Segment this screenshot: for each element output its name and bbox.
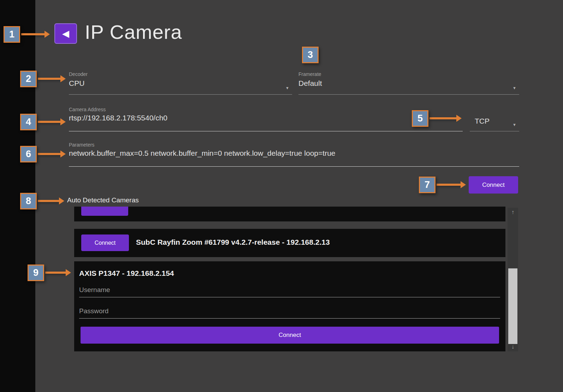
camera-address-label: Camera Address: [69, 107, 463, 112]
annotation-arrow-7: [437, 184, 461, 186]
parameters-input[interactable]: [69, 149, 519, 158]
camera-row-subc-rayfin: Connect SubC Rayfin Zoom #61799 v4.2.7-r…: [74, 229, 505, 257]
annotation-arrow-8: [38, 200, 59, 202]
subc-connect-button[interactable]: Connect: [81, 234, 129, 251]
page-title: IP Camera: [85, 20, 182, 43]
username-input[interactable]: [79, 283, 500, 297]
axis-connect-button[interactable]: Connect: [81, 327, 499, 344]
scroll-down-button[interactable]: ↓: [508, 342, 518, 351]
annotation-badge-5: 5: [412, 110, 428, 127]
annotation-badge-9: 9: [28, 265, 44, 281]
annotation-badge-7: 7: [419, 177, 435, 193]
password-input[interactable]: [79, 304, 500, 319]
camera-address-input[interactable]: [69, 114, 463, 122]
annotation-arrow-2: [38, 78, 60, 80]
decoder-label: Decoder: [69, 71, 292, 77]
framerate-label: Framerate: [298, 71, 519, 77]
protocol-value: TCP: [475, 117, 490, 125]
chevron-down-icon: ▼: [285, 86, 289, 90]
annotation-arrow-1: [21, 33, 45, 35]
framerate-value: Default: [298, 79, 519, 88]
annotation-badge-1: 1: [4, 26, 20, 43]
decoder-value: CPU: [69, 79, 292, 88]
auto-detected-heading: Auto Detected Cameras: [67, 196, 139, 204]
camera-row-axis: AXIS P1347 - 192.168.2.154 Connect: [74, 261, 505, 351]
chevron-down-icon: ▼: [512, 123, 516, 127]
framerate-select[interactable]: Framerate Default ▼: [298, 71, 519, 95]
protocol-select[interactable]: TCP ▼: [470, 107, 519, 131]
scroll-up-icon: ↑: [511, 209, 514, 215]
scroll-up-button[interactable]: ↑: [508, 208, 518, 217]
partial-connect-button[interactable]: [81, 207, 128, 216]
decoder-select[interactable]: Decoder CPU ▼: [69, 71, 292, 95]
scrollbar-thumb[interactable]: [508, 268, 517, 344]
annotation-arrow-5: [429, 117, 456, 119]
annotation-badge-3: 3: [302, 47, 319, 63]
parameters-label: Parameters: [69, 142, 519, 148]
chevron-down-icon: ▼: [512, 86, 516, 90]
axis-camera-title: AXIS P1347 - 192.168.2.154: [79, 269, 174, 278]
connect-button[interactable]: Connect: [469, 176, 518, 194]
camera-address-field: Camera Address: [69, 107, 463, 131]
scroll-down-icon: ↓: [511, 344, 514, 350]
annotation-arrow-6: [38, 153, 60, 155]
annotation-badge-2: 2: [20, 71, 37, 87]
annotation-badge-8: 8: [20, 193, 37, 209]
annotation-arrow-9: [45, 272, 66, 274]
annotation-badge-6: 6: [20, 146, 37, 162]
list-scrollbar[interactable]: ↑ ↓: [508, 208, 518, 351]
back-button[interactable]: ◀: [54, 23, 77, 44]
annotation-badge-4: 4: [20, 114, 37, 130]
subc-camera-title: SubC Rayfin Zoom #61799 v4.2.7-release -…: [136, 238, 330, 247]
camera-row-partial: [74, 207, 505, 221]
annotation-arrow-4: [38, 121, 60, 123]
parameters-field: Parameters: [69, 142, 519, 167]
back-arrow-icon: ◀: [62, 29, 69, 38]
